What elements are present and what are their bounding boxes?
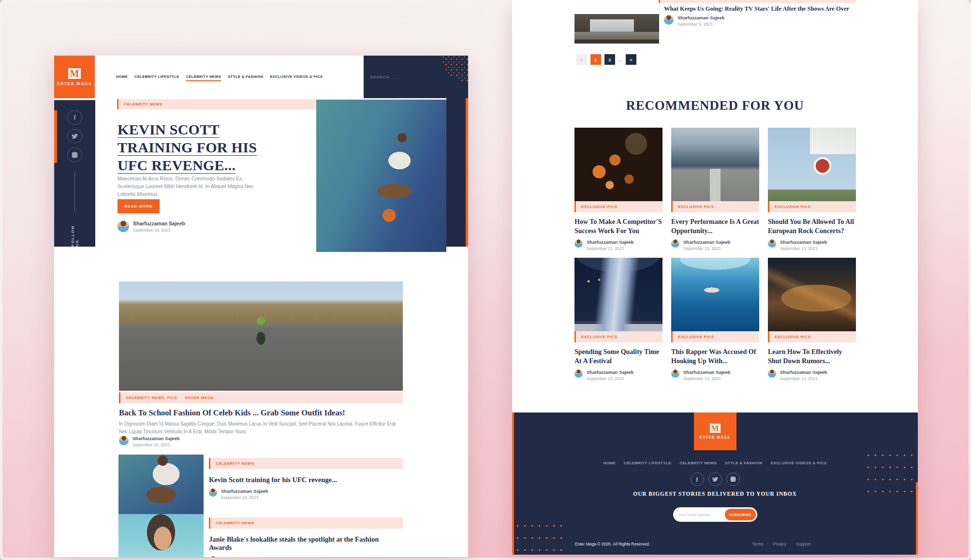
list-item-title[interactable]: Janie Blake's lookalike steals the spotl…	[209, 535, 403, 552]
nav-item-celebrity-news[interactable]: CELEBRITY NEWS	[186, 73, 221, 81]
author-name[interactable]: Sharfuzzaman Sajeeb	[221, 488, 268, 494]
author-name[interactable]: Sharfuzzaman Sajeeb	[683, 239, 731, 245]
author-avatar	[574, 369, 583, 378]
pagination-page-2[interactable]: 2	[604, 54, 615, 65]
nav-item-celebrity-lifestyle[interactable]: CELEBRITY LIFESTYLE	[134, 73, 179, 81]
footer-nav-home[interactable]: HOME	[603, 461, 616, 465]
search-input[interactable]: SEARCH ....	[370, 75, 398, 79]
hero-excerpt: Maecenas At Arcu Risus. Donec Commodo So…	[118, 175, 269, 198]
category-link[interactable]: EXCLUSIVE PICS	[775, 205, 811, 209]
category-link[interactable]: EXCLUSIVE PICS	[775, 335, 811, 339]
feature-article-image[interactable]	[119, 281, 403, 391]
card-image[interactable]	[768, 258, 856, 331]
card-image[interactable]	[574, 258, 662, 331]
category-link[interactable]: EXCLUSIVE PICS	[678, 205, 714, 209]
feature-article-title[interactable]: Back To School Fashion Of Celeb Kids ...…	[119, 408, 345, 418]
author-avatar	[768, 239, 776, 248]
recommended-card: EXCLUSIVE PICS Spending Some Quality Tim…	[574, 258, 662, 381]
site-logo[interactable]: M ENTER MAGA	[54, 56, 95, 98]
nav-item-style-fashion[interactable]: STYLE & FASHION	[228, 73, 263, 81]
hero-category-link[interactable]: CELEBRITY NEWS	[124, 102, 162, 106]
footer-nav-celebrity-lifestyle[interactable]: CELEBRITY LIFESTYLE	[624, 461, 671, 465]
category-link[interactable]: EXCLUSIVE PICS	[581, 335, 618, 339]
hero-title-line[interactable]: KEVIN SCOTT	[118, 120, 257, 138]
category-link[interactable]: EXCLUSIVE PICS	[581, 205, 618, 209]
card-image[interactable]	[574, 128, 662, 201]
author-name[interactable]: Sharfuzzaman Sajeeb	[780, 369, 827, 375]
card-image[interactable]	[671, 258, 759, 331]
author-avatar	[671, 369, 679, 378]
category-bar: CELEBRITY NEWS	[209, 458, 403, 469]
card-title[interactable]: Spending Some Quality Time At A Festival	[574, 347, 662, 366]
card-image[interactable]	[768, 128, 856, 201]
card-title[interactable]: This Rapper Was Accused Of Hooking Up Wi…	[671, 347, 759, 366]
feature-category-link-2[interactable]: ENTER MEGA	[185, 396, 214, 400]
author-name[interactable]: Sharfuzzaman Sajeeb	[683, 369, 731, 375]
pagination-prev[interactable]: «	[576, 54, 587, 65]
card-title[interactable]: Should You Be Allowed To All European Ro…	[768, 217, 856, 236]
top-article-title[interactable]: What Keeps Us Going: Reality TV Stars' L…	[664, 5, 849, 13]
pagination-page-1[interactable]: 1	[590, 54, 601, 65]
post-date: September 13, 2023	[587, 376, 634, 381]
recommended-card: EXCLUSIVE PICS Should You Be Allowed To …	[768, 128, 856, 251]
hero-title-line[interactable]: TRAINING FOR HIS	[118, 138, 257, 156]
twitter-icon[interactable]	[708, 472, 722, 486]
footer-links: Terms Privacy Support	[752, 542, 810, 546]
post-date: September 24, 2023	[133, 228, 185, 233]
footer-nav-celebrity-news[interactable]: CELEBRITY NEWS	[679, 461, 717, 465]
list-item-image[interactable]	[118, 455, 204, 516]
pagination-next[interactable]: »	[626, 54, 636, 65]
hero-title[interactable]: KEVIN SCOTT TRAINING FOR HIS UFC REVENGE…	[118, 120, 257, 174]
post-date: September 13, 2023	[683, 376, 731, 381]
card-image[interactable]	[671, 128, 759, 201]
author-name[interactable]: Sharfuzzaman Sajeeb	[780, 239, 827, 245]
facebook-icon[interactable]: f	[691, 472, 704, 486]
instagram-icon[interactable]	[726, 472, 740, 486]
post-date: September 13, 2023	[780, 246, 827, 251]
list-item-image[interactable]	[118, 514, 204, 557]
feature-category-link[interactable]: CELEBRITY NEWS, PICS	[126, 396, 177, 400]
hero-category-bar: CELEBRITY NEWS	[117, 99, 316, 109]
top-article-image[interactable]	[574, 14, 659, 44]
feature-category-bar: CELEBRITY NEWS, PICS ENTER MEGA	[119, 392, 403, 403]
privacy-link[interactable]: Privacy	[773, 542, 786, 546]
author-name[interactable]: Sharfuzzaman Sajeeb	[132, 436, 180, 441]
author-name[interactable]: Sharfuzzaman Sajeeb	[587, 369, 634, 375]
nav-item-home[interactable]: HOME	[116, 73, 128, 81]
nav-item-exclusive-videos[interactable]: EXCLUSIVE VIDEOS & PICS	[270, 73, 323, 81]
read-more-button[interactable]: READ MORE	[118, 199, 160, 213]
author-name[interactable]: Sharfuzzaman Sajeeb	[221, 556, 268, 557]
category-bar: EXCLUSIVE PICS	[671, 331, 759, 342]
hero-author-byline: Sharfuzzaman Sajeeb September 24, 2023	[118, 221, 185, 233]
subscribe-button[interactable]: SUBSCRIBE	[725, 509, 756, 520]
footer-nav-style-fashion[interactable]: STYLE & FASHION	[725, 461, 763, 465]
post-date: September 26, 2023	[132, 442, 180, 447]
facebook-icon[interactable]: f	[67, 110, 82, 125]
card-title[interactable]: Every Performance Is A Great Opportunity…	[671, 217, 759, 236]
author-byline: Sharfuzzaman Sajeeb September 13, 2023	[671, 239, 759, 251]
instagram-icon[interactable]	[67, 147, 82, 162]
navy-side-panel	[446, 98, 468, 247]
twitter-icon[interactable]	[67, 129, 82, 144]
author-name[interactable]: Sharfuzzaman Sajeeb	[677, 15, 725, 20]
category-link[interactable]: CELEBRITY NEWS	[216, 461, 254, 466]
hero-title-line[interactable]: UFC REVENGE...	[118, 156, 257, 174]
author-name[interactable]: Sharfuzzaman Sajeeb	[587, 239, 634, 245]
follow-us-label: FOLLOW US	[71, 218, 79, 247]
search-box[interactable]: SEARCH ....	[364, 56, 468, 98]
hero-image[interactable]	[316, 100, 446, 252]
footer-logo[interactable]: M ENTER MAGA	[694, 413, 736, 450]
card-title[interactable]: How To Make A Competitor'S Success Work …	[574, 217, 662, 236]
card-title[interactable]: Learn How To Effectively Shut Down Rumor…	[768, 347, 856, 366]
author-name[interactable]: Sharfuzzaman Sajeeb	[133, 221, 185, 226]
terms-link[interactable]: Terms	[752, 542, 763, 546]
support-link[interactable]: Support	[796, 542, 810, 546]
email-field[interactable]	[674, 513, 725, 517]
category-link[interactable]: CELEBRITY NEWS	[216, 521, 254, 525]
list-item-title[interactable]: Kevin Scott training for his UFC revenge…	[209, 476, 403, 484]
author-byline: Sharfuzzaman Sajeeb September 13, 2023	[671, 369, 759, 381]
category-link[interactable]: EXCLUSIVE PICS	[678, 335, 714, 339]
footer-nav-exclusive-videos[interactable]: EXCLUSIVE VIDEOS & PICS	[771, 461, 827, 465]
footer-social: f	[512, 472, 918, 486]
category-bar: EXCLUSIVE PICS	[671, 201, 759, 212]
